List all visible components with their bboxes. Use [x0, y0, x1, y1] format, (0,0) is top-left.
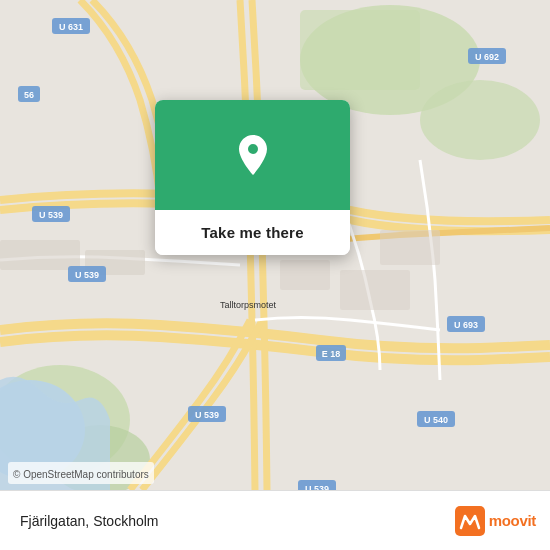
svg-text:U 539: U 539 — [195, 410, 219, 420]
svg-rect-10 — [340, 270, 410, 310]
popup-header — [155, 100, 350, 210]
svg-text:56: 56 — [24, 90, 34, 100]
moovit-brand-text: moovit — [489, 512, 536, 529]
svg-rect-9 — [280, 260, 330, 290]
svg-text:U 540: U 540 — [424, 415, 448, 425]
svg-text:U 539: U 539 — [39, 210, 63, 220]
svg-rect-11 — [380, 230, 440, 265]
svg-text:U 693: U 693 — [454, 320, 478, 330]
moovit-logo: moovit — [455, 506, 536, 536]
svg-rect-33 — [455, 506, 485, 536]
svg-text:U 692: U 692 — [475, 52, 499, 62]
svg-text:E 18: E 18 — [322, 349, 341, 359]
moovit-icon — [455, 506, 485, 536]
svg-text:U 539: U 539 — [75, 270, 99, 280]
bottom-bar: Fjärilgatan, Stockholm moovit — [0, 490, 550, 550]
location-pin-icon — [229, 131, 277, 179]
take-me-there-button[interactable]: Take me there — [155, 210, 350, 255]
map-container: U 631 56 U 692 U 539 U 539 U 539 U 539 E… — [0, 0, 550, 490]
svg-rect-3 — [300, 10, 420, 90]
svg-text:U 631: U 631 — [59, 22, 83, 32]
popup-card: Take me there — [155, 100, 350, 255]
svg-point-2 — [420, 80, 540, 160]
svg-text:Talltorpsmotet: Talltorpsmotet — [220, 300, 277, 310]
svg-text:U 539: U 539 — [305, 484, 329, 490]
map-attribution: © OpenStreetMap contributors — [13, 469, 149, 480]
location-label: Fjärilgatan, Stockholm — [20, 513, 455, 529]
svg-rect-7 — [0, 240, 80, 270]
